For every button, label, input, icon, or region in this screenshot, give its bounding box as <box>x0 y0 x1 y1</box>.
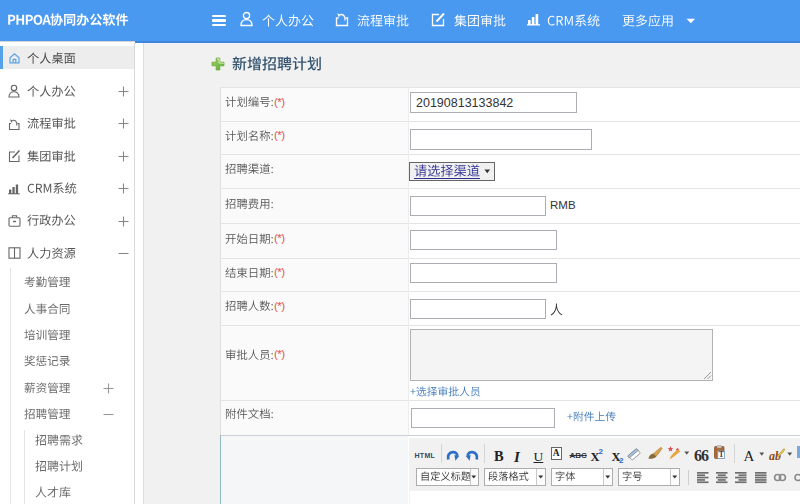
svg-text:T: T <box>718 450 723 459</box>
